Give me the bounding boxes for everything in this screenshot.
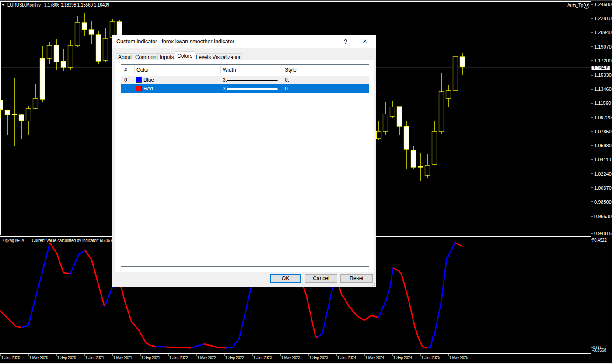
svg-text:1.24680: 1.24680 (594, 2, 612, 7)
svg-text:1 May 2024: 1 May 2024 (365, 355, 384, 360)
svg-text:1.05980: 1.05980 (594, 143, 612, 148)
svg-text:1.17806 1.18298 1.15569 1.1640: 1.17806 1.18298 1.15569 1.16409 (44, 2, 109, 7)
svg-text:0.98500: 0.98500 (594, 199, 612, 205)
svg-text:EURUSD,Monthly: EURUSD,Monthly (7, 2, 41, 7)
svg-text:1 May 2023: 1 May 2023 (281, 355, 300, 360)
svg-text:1.17200: 1.17200 (594, 58, 612, 63)
svg-text:1.22810: 1.22810 (594, 16, 612, 21)
svg-text:1.09720: 1.09720 (594, 115, 612, 120)
svg-text:1 Jan 2023: 1 Jan 2023 (253, 355, 272, 360)
svg-text:1.19070: 1.19070 (594, 44, 612, 49)
svg-text:1 Jan 2022: 1 Jan 2022 (169, 355, 188, 360)
svg-text:1 Jan 2025: 1 Jan 2025 (421, 355, 440, 360)
svg-text:1 Jan 2020: 1 Jan 2020 (1, 355, 20, 360)
svg-text:1 May 2025: 1 May 2025 (449, 355, 468, 360)
svg-text:1 Sep 2020: 1 Sep 2020 (57, 355, 76, 360)
svg-text:Auto_Tp: Auto_Tp (567, 3, 583, 8)
svg-text:1 May 2021: 1 May 2021 (113, 355, 132, 360)
svg-text:70.4922: 70.4922 (592, 237, 607, 243)
svg-text:-3.3568: -3.3568 (592, 347, 606, 353)
svg-text:1 Sep 2021: 1 Sep 2021 (141, 355, 160, 360)
svg-text:1 Sep 2022: 1 Sep 2022 (225, 355, 244, 360)
svg-text:1 Jan 2024: 1 Jan 2024 (337, 355, 356, 360)
svg-text:1.04110: 1.04110 (594, 157, 611, 162)
svg-text:1.13460: 1.13460 (594, 87, 612, 92)
svg-text:1.00370: 1.00370 (594, 185, 612, 191)
svg-text:Current value calculated by in: Current value calculated by indicator: 6… (32, 238, 112, 243)
svg-text:1 May 2022: 1 May 2022 (197, 355, 216, 360)
svg-text:1.16409: 1.16409 (593, 65, 610, 70)
svg-text:1 Sep 2023: 1 Sep 2023 (309, 355, 328, 360)
svg-text:1.07850: 1.07850 (594, 129, 612, 134)
svg-text:1.20940: 1.20940 (594, 30, 612, 35)
svg-text:ZigZag BETA: ZigZag BETA (3, 238, 24, 243)
svg-text:1 Sep 2024: 1 Sep 2024 (393, 355, 412, 360)
svg-text:0.96630: 0.96630 (594, 214, 612, 219)
svg-text:1 Jan 2021: 1 Jan 2021 (85, 355, 104, 360)
svg-text:1.02240: 1.02240 (594, 171, 612, 177)
svg-text:1.15330: 1.15330 (594, 73, 612, 78)
svg-text:1.11590: 1.11590 (594, 101, 611, 106)
svg-text:1 May 2020: 1 May 2020 (29, 355, 48, 360)
svg-text:0.94815: 0.94815 (594, 231, 612, 236)
